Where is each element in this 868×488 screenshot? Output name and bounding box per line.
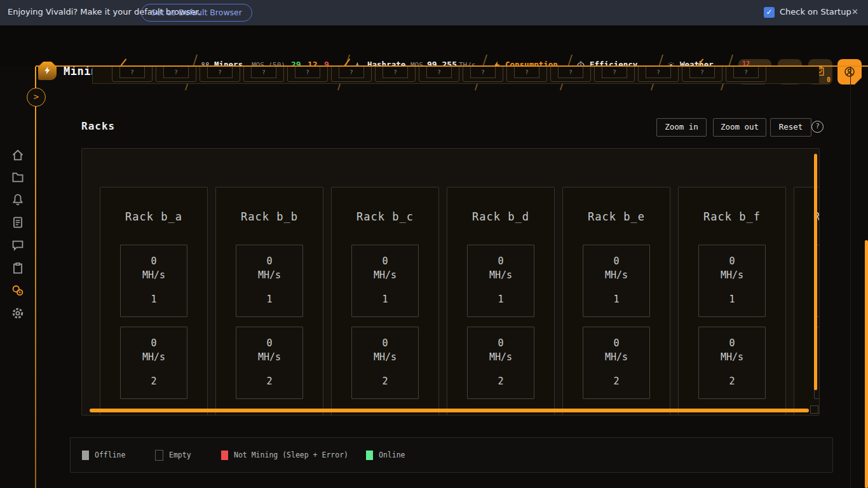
clipped-miner-cell[interactable]: ? [638, 67, 679, 82]
cell-index: 1 [236, 292, 302, 306]
clipped-miner-cell[interactable]: ? [112, 67, 153, 82]
rack-card-title: Rack b_d [447, 210, 554, 223]
sidebar-item-clipboard[interactable] [11, 261, 25, 275]
rack-card-title: Rack b_e [563, 210, 670, 223]
account-button[interactable] [837, 59, 862, 85]
clipped-miner-cell[interactable]: ? [156, 67, 196, 82]
clipped-miner-cell[interactable]: ? [243, 67, 284, 82]
zoom-in-button[interactable]: Zoom in [656, 118, 707, 137]
cell-index: 1 [468, 292, 534, 306]
clipped-miner-cell[interactable]: ? [200, 67, 240, 82]
chat-icon [11, 238, 25, 252]
check-on-startup-checkbox[interactable]: ✓ [764, 7, 775, 18]
clipped-miner-cell[interactable]: ? [463, 67, 503, 82]
unknown-status-glyph: ? [515, 69, 539, 76]
sidebar-item-file[interactable] [11, 215, 25, 229]
sidebar-item-chat[interactable] [11, 238, 25, 252]
unknown-status-glyph: ? [427, 69, 451, 76]
rack-card: Rack b_b0MH/s10MH/s2 [215, 187, 323, 416]
cell-hashrate-unit: MH/s [236, 350, 302, 364]
gear-icon [11, 306, 25, 320]
sidebar-item-folder[interactable] [11, 170, 25, 184]
rack-miner-cell[interactable]: 0MH/s2 [698, 327, 766, 399]
cell-index: 2 [352, 374, 418, 388]
folder-icon [11, 170, 25, 184]
sidebar-item-gear[interactable] [11, 306, 25, 320]
clipped-miner-cell[interactable]: ? [419, 67, 459, 82]
rack-miner-cell[interactable]: 0MH/s2 [120, 327, 187, 399]
sidebar-item-home[interactable] [11, 148, 25, 162]
clipped-miner-slot: ? [733, 67, 759, 78]
clipped-miner-slot: ? [119, 67, 145, 78]
sidebar-item-coins[interactable] [11, 283, 25, 297]
page-scrollbar[interactable] [865, 240, 868, 488]
cell-hashrate-value: 0 [583, 254, 649, 268]
unknown-status-glyph: ? [164, 69, 188, 76]
cell-hashrate-unit: MH/s [352, 268, 418, 282]
unknown-status-glyph: ? [208, 69, 232, 76]
clipped-miner-slot: ? [602, 67, 627, 78]
check-on-startup-label: Check on Startup [780, 7, 851, 17]
clipped-miner-cell[interactable]: ? [287, 67, 328, 82]
clipped-miner-cell[interactable]: ? [726, 67, 766, 82]
rack-card-title: Rack b_a [100, 210, 207, 223]
close-icon[interactable]: ✕ [851, 7, 858, 17]
cell-index: 1 [583, 292, 649, 306]
help-icon[interactable]: ? [811, 121, 824, 133]
sidebar-expand-button[interactable]: > [27, 88, 46, 107]
rack-card: Rack b_a0MH/s10MH/s2 [100, 187, 208, 416]
rack-miner-cell[interactable]: 0MH/s1 [236, 245, 303, 317]
cell-hashrate-value: 0 [352, 336, 418, 350]
rack-card-title: Rack b_f [679, 210, 785, 223]
rack-miner-cell[interactable]: 0MH/s1 [698, 245, 766, 317]
unknown-status-glyph: ? [252, 69, 276, 76]
clipped-miner-slot: ? [163, 67, 189, 78]
zoom-out-button[interactable]: Zoom out [713, 118, 766, 137]
content-divider [850, 67, 851, 488]
unknown-status-glyph: ? [646, 69, 670, 76]
reset-button[interactable]: Reset [770, 118, 811, 137]
cell-hashrate-unit: MH/s [468, 350, 534, 364]
racks-horizontal-scrollbar[interactable] [90, 409, 809, 412]
legend-swatch [155, 450, 163, 461]
clipped-miner-cell[interactable]: ? [506, 67, 547, 82]
rack-card: Rack b_f0MH/s10MH/s2 [678, 187, 786, 416]
cell-hashrate-value: 0 [121, 336, 187, 350]
clipped-miner-cell[interactable]: ? [682, 67, 722, 82]
unknown-status-glyph: ? [471, 69, 495, 76]
cell-index: 1 [121, 292, 187, 306]
cell-hashrate-unit: MH/s [121, 350, 187, 364]
clipped-miner-cell[interactable]: ? [550, 67, 591, 82]
legend-item: Offline [82, 438, 125, 472]
cell-hashrate-unit: MH/s [468, 268, 534, 282]
rack-miner-cell[interactable]: 0MH/s1 [120, 245, 187, 317]
rack-miner-cell[interactable]: 0MH/s2 [467, 327, 534, 399]
unknown-status-glyph: ? [690, 69, 714, 76]
legend-item: Empty [155, 438, 191, 472]
set-default-browser-button[interactable]: Set as Default Browser [141, 4, 252, 22]
bell-icon [11, 193, 25, 207]
rack-miner-cell[interactable]: 0MH/s2 [351, 327, 419, 399]
clipped-miner-cell[interactable]: ? [375, 67, 416, 82]
cell-hashrate-unit: MH/s [699, 268, 765, 282]
rack-card: Rack b_d0MH/s10MH/s2 [447, 187, 555, 416]
rack-miner-cell[interactable]: 0MH/s1 [583, 245, 650, 317]
racks-vertical-scrollbar[interactable] [814, 154, 817, 390]
clipped-miner-cell[interactable]: ? [594, 67, 635, 82]
cell-hashrate-value: 0 [236, 336, 302, 350]
rack-miner-cell[interactable]: 0MH/s1 [351, 245, 419, 317]
rack-miner-cell[interactable]: 0MH/s1 [467, 245, 534, 317]
cell-hashrate-unit: MH/s [583, 268, 649, 282]
cell-hashrate-value: 0 [121, 254, 187, 268]
clipped-miner-slot: ? [426, 67, 452, 78]
unknown-status-glyph: ? [120, 69, 144, 76]
rack-card: Rack b_c0MH/s10MH/s2 [331, 187, 439, 416]
clipped-miner-slot: ? [339, 67, 364, 78]
clipped-miner-cell[interactable]: ? [331, 67, 372, 82]
unknown-status-glyph: ? [339, 69, 363, 76]
clipboard-icon [11, 261, 25, 275]
sidebar-item-bell[interactable] [11, 193, 25, 207]
rack-miner-cell[interactable]: 0MH/s2 [583, 327, 650, 399]
rack-miner-cell[interactable]: 0MH/s2 [236, 327, 303, 399]
unknown-status-glyph: ? [602, 69, 627, 76]
